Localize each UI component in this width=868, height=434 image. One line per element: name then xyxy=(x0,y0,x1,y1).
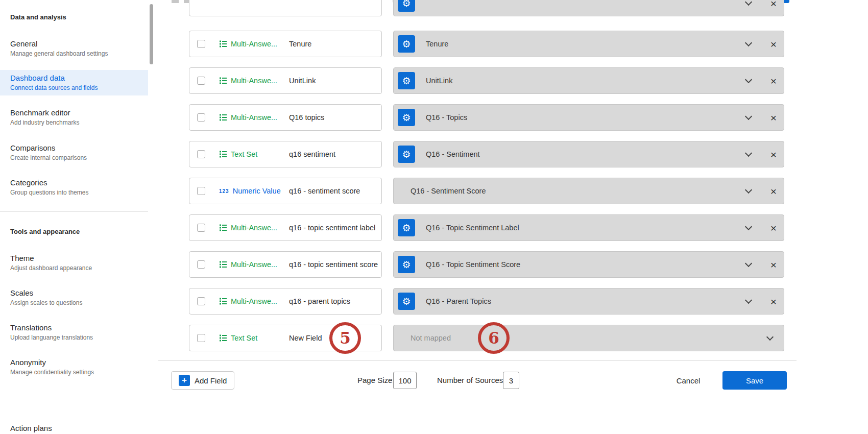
gear-button[interactable]: ⚙ xyxy=(398,256,415,273)
mapping-card[interactable]: ⚙ Q16 - Topics × xyxy=(393,104,784,131)
field-row: Multi-Answe... Tenure ⚙ Tenure × xyxy=(189,31,784,57)
chevron-down-icon[interactable] xyxy=(745,39,752,46)
field-type-dropdown[interactable]: Multi-Answe... xyxy=(219,224,285,232)
chevron-down-icon[interactable] xyxy=(745,186,752,194)
sidebar-item-translations[interactable]: Translations Upload languange translatio… xyxy=(0,320,148,345)
close-icon[interactable]: × xyxy=(770,178,777,205)
sidebar-item-theme[interactable]: Theme Adjust dashboard appearance xyxy=(0,250,148,276)
sidebar-item-benchmark-editor[interactable]: Benchmark editor Add industry benchmarks xyxy=(0,105,148,130)
field-type-dropdown[interactable]: Multi-Answe... xyxy=(219,77,285,85)
field-type-dropdown[interactable]: Text Set xyxy=(219,150,285,158)
field-type-dropdown[interactable]: Multi-Answe... xyxy=(219,40,285,48)
mapped-field-name: Q16 - Sentiment xyxy=(426,150,480,158)
field-name[interactable]: q16 - topic sentiment score xyxy=(289,260,378,269)
sidebar-item-label: Theme xyxy=(10,253,148,263)
sidebar-section-header-tools: Tools and appearance xyxy=(10,228,80,235)
close-icon[interactable]: × xyxy=(770,31,777,58)
field-type-label: Multi-Answe... xyxy=(231,113,277,122)
mapping-card[interactable]: ⚙ Tenure × xyxy=(393,31,784,57)
field-checkbox[interactable] xyxy=(197,297,205,305)
field-checkbox[interactable] xyxy=(197,150,205,158)
sidebar-item-desc: Assign scales to questions xyxy=(10,299,148,307)
field-name[interactable]: UnitLink xyxy=(289,77,316,85)
close-icon[interactable]: × xyxy=(770,0,777,17)
text-set-icon xyxy=(219,150,227,158)
mapping-card[interactable]: ⚙ Q16 - Topic Sentiment Score × xyxy=(393,251,784,278)
field-name[interactable]: q16 - parent topics xyxy=(289,297,350,305)
field-row: Text Set q16 sentiment ⚙ Q16 - Sentiment… xyxy=(189,141,784,167)
gear-button[interactable]: ⚙ xyxy=(398,0,415,12)
field-type-dropdown[interactable]: Multi-Answe... xyxy=(219,260,285,269)
chevron-down-icon[interactable] xyxy=(745,223,752,230)
mapped-field-name: Q16 - Parent Topics xyxy=(426,297,491,305)
sidebar-item-dashboard-data[interactable]: Dashboard data Connect data sources and … xyxy=(0,70,148,95)
field-row: Multi-Answe... q16 - topic sentiment sco… xyxy=(189,251,784,278)
field-checkbox[interactable] xyxy=(197,40,205,48)
sidebar-item-label: Translations xyxy=(10,323,148,332)
close-icon[interactable]: × xyxy=(770,288,777,315)
field-checkbox[interactable] xyxy=(197,113,205,122)
field-mapping-list: Multi-Answe... Tenure ⚙ Tenure × Multi-A… xyxy=(189,31,784,361)
field-checkbox[interactable] xyxy=(197,260,205,269)
toolbar-icon-fragment[interactable] xyxy=(172,0,179,3)
close-icon[interactable]: × xyxy=(770,252,777,278)
close-icon[interactable]: × xyxy=(770,68,777,94)
sidebar-item-general[interactable]: General Manage general dashboard setting… xyxy=(0,36,148,61)
cancel-button[interactable]: Cancel xyxy=(670,371,707,390)
page-size-input[interactable] xyxy=(393,372,417,389)
mapping-card[interactable]: Not mapped xyxy=(393,325,784,351)
footer-divider xyxy=(158,360,797,361)
save-button[interactable]: Save xyxy=(722,371,787,390)
sidebar-item-desc: Add industry benchmarks xyxy=(10,118,148,127)
gear-button[interactable]: ⚙ xyxy=(398,35,415,53)
chevron-down-icon[interactable] xyxy=(745,297,752,304)
sidebar-item-action-plans[interactable]: Action plans xyxy=(0,420,148,434)
field-name[interactable]: q16 sentiment xyxy=(289,150,335,158)
gear-button[interactable]: ⚙ xyxy=(398,219,415,236)
chevron-down-icon[interactable] xyxy=(766,333,774,341)
mapping-card[interactable]: ⚙ Q16 - Topic Sentiment Label × xyxy=(393,214,784,241)
chevron-down-icon[interactable] xyxy=(745,260,752,267)
field-type-label: Multi-Answe... xyxy=(231,77,277,85)
sidebar-divider xyxy=(0,211,148,212)
field-checkbox[interactable] xyxy=(197,77,205,85)
field-type-dropdown[interactable]: Multi-Answe... xyxy=(219,113,285,122)
mapping-card[interactable]: ⚙ UnitLink × xyxy=(393,67,784,94)
sidebar-item-comparisons[interactable]: Comparisons Create internal comparisons xyxy=(0,140,148,165)
close-icon[interactable]: × xyxy=(770,141,777,168)
field-checkbox[interactable] xyxy=(197,187,205,195)
chevron-down-icon[interactable] xyxy=(745,150,752,157)
field-name[interactable]: q16 - topic sentiment label xyxy=(289,224,375,232)
mapping-card-partial[interactable]: ⚙ × xyxy=(393,0,784,16)
chevron-down-icon[interactable] xyxy=(745,113,752,120)
close-icon[interactable]: × xyxy=(770,105,777,131)
add-field-button[interactable]: + Add Field xyxy=(171,371,234,390)
mapping-card[interactable]: Q16 - Sentiment Score × xyxy=(393,178,784,204)
sidebar-item-scales[interactable]: Scales Assign scales to questions xyxy=(0,285,148,310)
field-type-dropdown[interactable]: 123 Numeric Value xyxy=(219,187,285,195)
field-type-dropdown[interactable]: Multi-Answe... xyxy=(219,297,285,305)
gear-button[interactable]: ⚙ xyxy=(398,146,415,163)
gear-button[interactable]: ⚙ xyxy=(398,72,415,89)
field-checkbox[interactable] xyxy=(197,224,205,232)
sidebar-item-categories[interactable]: Categories Group questions into themes xyxy=(0,175,148,200)
field-name[interactable]: Tenure xyxy=(289,40,311,48)
number-of-sources-input[interactable] xyxy=(503,372,519,389)
mapped-field-name: Q16 - Topic Sentiment Score xyxy=(426,260,520,269)
field-card: Text Set New Field xyxy=(189,325,382,351)
gear-button[interactable]: ⚙ xyxy=(398,293,415,310)
close-icon[interactable]: × xyxy=(770,215,777,242)
gear-button[interactable]: ⚙ xyxy=(398,109,415,126)
field-type-dropdown[interactable]: Text Set xyxy=(219,334,285,342)
mapping-card[interactable]: ⚙ Q16 - Parent Topics × xyxy=(393,288,784,315)
field-name[interactable]: Q16 topics xyxy=(289,113,324,122)
field-card: Multi-Answe... UnitLink xyxy=(189,67,382,94)
sidebar-scrollbar[interactable] xyxy=(150,4,153,64)
field-name[interactable]: New Field xyxy=(289,334,322,342)
mapping-card[interactable]: ⚙ Q16 - Sentiment × xyxy=(393,141,784,167)
field-checkbox[interactable] xyxy=(197,334,205,342)
chevron-down-icon[interactable] xyxy=(745,0,752,6)
field-name[interactable]: q16 - sentiment score xyxy=(289,187,360,195)
chevron-down-icon[interactable] xyxy=(745,76,752,83)
sidebar-item-anonymity[interactable]: Anonymity Manage confidentiality setting… xyxy=(0,354,148,380)
